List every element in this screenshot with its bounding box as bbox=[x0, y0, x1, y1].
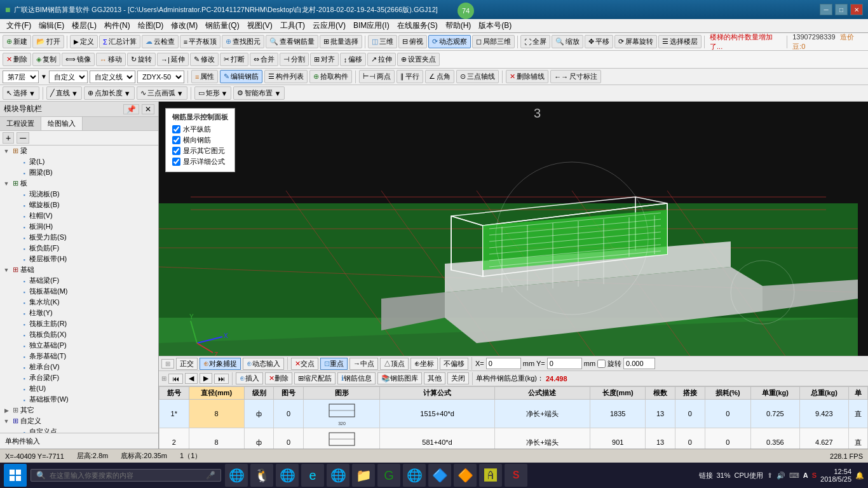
close-table-button[interactable]: 关闭 bbox=[447, 372, 469, 384]
mid-button[interactable]: →中点 bbox=[349, 358, 378, 370]
tab-project-settings[interactable]: 工程设置 bbox=[0, 117, 41, 130]
modify-button[interactable]: ✎修改 bbox=[190, 53, 219, 66]
ime-indicator[interactable]: A bbox=[803, 471, 808, 479]
tree-item-zidyidian[interactable]: ▪自定义点 bbox=[0, 426, 158, 433]
select-floor-button[interactable]: ☰选择楼层 bbox=[658, 35, 702, 48]
menu-item-云应用[interactable]: 云应用(V) bbox=[309, 19, 349, 32]
tree-expand-jichu[interactable]: ▼ bbox=[3, 267, 10, 273]
single-component-button[interactable]: 单构件输入 bbox=[1, 435, 157, 448]
tree-item-banfujin[interactable]: ▪板负筋(F) bbox=[0, 243, 158, 254]
cell-r0-c10[interactable]: 0 bbox=[705, 400, 750, 428]
level-button[interactable]: ≡平齐板顶 bbox=[180, 35, 220, 48]
rebar-checkbox-show-formula[interactable]: 显示详细公式 bbox=[172, 157, 228, 166]
y-input[interactable] bbox=[547, 358, 582, 369]
cell-r0-c8[interactable]: 13 bbox=[646, 400, 675, 428]
tree-item-liang[interactable]: ▼⊞梁 bbox=[0, 146, 158, 156]
batch-select-button[interactable]: ⊞批量选择 bbox=[320, 35, 362, 48]
minimize-button[interactable]: ─ bbox=[820, 4, 832, 15]
three-d-button[interactable]: ◫三维 bbox=[368, 35, 397, 48]
menu-item-工具[interactable]: 工具(T) bbox=[276, 19, 309, 32]
taskbar-app-10[interactable]: 🔶 bbox=[454, 464, 477, 487]
tree-item-tiaoxingjjichu[interactable]: ▪条形基础(T) bbox=[0, 351, 158, 362]
taskbar-app-6[interactable]: 📁 bbox=[352, 464, 375, 487]
checkbox-hpzj[interactable] bbox=[172, 125, 180, 133]
nav-last-button[interactable]: ⏭ bbox=[214, 374, 229, 384]
rebar-lib-button[interactable]: 📚钢筋图库 bbox=[377, 372, 422, 384]
local-three-button[interactable]: ◻局部三维 bbox=[472, 35, 515, 48]
component-list-button[interactable]: ☰构件列表 bbox=[264, 70, 308, 83]
cell-r0-c4[interactable]: 320 bbox=[303, 400, 379, 428]
taskbar-app-9[interactable]: 🔷 bbox=[428, 464, 451, 487]
cell-r0-c7[interactable]: 1835 bbox=[590, 400, 646, 428]
tree-expand-zidingyi[interactable]: ▼ bbox=[3, 418, 10, 424]
rebar-checkbox-hxgj[interactable]: 横向钢筋 bbox=[172, 135, 228, 145]
close-button[interactable]: ✕ bbox=[850, 4, 863, 15]
three-axis-button[interactable]: ⊙三点轴线 bbox=[456, 70, 499, 83]
extend-button[interactable]: →|延伸 bbox=[157, 53, 189, 66]
select-button[interactable]: ↖选择▼ bbox=[3, 86, 39, 100]
auto-layout-button[interactable]: ⚙智能布置▼ bbox=[233, 86, 285, 100]
checkbox-show-formula[interactable] bbox=[172, 158, 180, 166]
menu-item-版本号[interactable]: 版本号(B) bbox=[475, 19, 515, 32]
top-button[interactable]: △顶点 bbox=[380, 358, 409, 370]
menu-item-楼层[interactable]: 楼层(L) bbox=[68, 19, 100, 32]
nav-next-button[interactable]: ▶ bbox=[200, 373, 212, 384]
menu-item-修改[interactable]: 修改(M) bbox=[167, 19, 201, 32]
other-button[interactable]: 其他 bbox=[424, 372, 445, 384]
rebar-info-button[interactable]: ℹ钢筋信息 bbox=[337, 372, 376, 384]
menu-item-在线服务[interactable]: 在线服务(S) bbox=[393, 19, 442, 32]
taskbar-app-3[interactable]: 🌐 bbox=[276, 464, 299, 487]
dynamic-input-button[interactable]: ⊕动态输入 bbox=[243, 358, 284, 370]
split-button[interactable]: ⊣分割 bbox=[280, 53, 309, 66]
rebar-delete-button[interactable]: ✕删除 bbox=[265, 372, 292, 384]
align-button[interactable]: ⊞对齐 bbox=[310, 53, 339, 66]
rect-button[interactable]: ▭矩形▼ bbox=[194, 86, 232, 100]
rebar-checkbox-hpzj[interactable]: 水平纵筋 bbox=[172, 125, 228, 134]
tree-expand-qita[interactable]: ▶ bbox=[3, 407, 10, 414]
viewport-3d[interactable]: X Y Z 3 B 钢 bbox=[159, 102, 868, 356]
taskbar-app-8[interactable]: 🌐 bbox=[403, 464, 426, 487]
custom-line-select[interactable]: 自定义线 bbox=[90, 71, 135, 83]
tree-item-kubanjichu[interactable]: ▪筏板基础(M) bbox=[0, 286, 158, 297]
tree-item-quanliang[interactable]: ▪圈梁(B) bbox=[0, 167, 158, 178]
tree-item-bankong[interactable]: ▪板洞(H) bbox=[0, 221, 158, 232]
tree-item-qita[interactable]: ▶⊞其它 bbox=[0, 405, 158, 416]
tree-expand-ban[interactable]: ▼ bbox=[3, 180, 10, 187]
center-button[interactable]: ⊡重点 bbox=[320, 358, 348, 370]
sidebar-add-button[interactable]: + bbox=[3, 132, 14, 144]
notification-button[interactable]: 🔔 bbox=[855, 471, 864, 480]
del-aux-button[interactable]: ✕删除辅线 bbox=[506, 70, 548, 83]
menu-item-构件[interactable]: 构件(N) bbox=[100, 19, 134, 32]
check-rebar-button[interactable]: 🔍查看钢筋量 bbox=[266, 35, 318, 48]
layer-drop[interactable]: ▼ bbox=[41, 73, 47, 80]
rotate-checkbox[interactable] bbox=[597, 360, 606, 368]
tree-item-ban[interactable]: ▼⊞板 bbox=[0, 178, 158, 189]
custom-def-select[interactable]: 自定义 bbox=[49, 71, 88, 83]
cell-r0-c2[interactable]: ф bbox=[244, 400, 274, 428]
pull-button[interactable]: ↗拉伸 bbox=[367, 53, 396, 66]
mirror-button[interactable]: ⟺镜像 bbox=[62, 53, 95, 66]
line-button[interactable]: ╱直线▼ bbox=[46, 86, 82, 100]
checkbox-show-other[interactable] bbox=[172, 147, 180, 155]
tree-item-banshouli[interactable]: ▪板受力筋(S) bbox=[0, 232, 158, 243]
tree-item-zhuang[interactable]: ▪桩(U) bbox=[0, 383, 158, 394]
tree-item-loubanbei[interactable]: ▪楼层板带(H) bbox=[0, 254, 158, 264]
tree-item-zhumu[interactable]: ▪柱帽(V) bbox=[0, 210, 158, 221]
two-point-button[interactable]: ⊢⊣两点 bbox=[359, 70, 395, 83]
checkbox-hxgj[interactable] bbox=[172, 136, 180, 144]
cross-button[interactable]: ✕交点 bbox=[291, 358, 318, 370]
tree-item-dulijijichu[interactable]: ▪独立基础(P) bbox=[0, 340, 158, 351]
calc-button[interactable]: Σ汇总计算 bbox=[99, 35, 140, 48]
set-point-button[interactable]: ⊕设置夹点 bbox=[397, 53, 440, 66]
move-obj-button[interactable]: ↔移动 bbox=[96, 53, 126, 66]
tab-draw-input[interactable]: 绘图输入 bbox=[41, 117, 83, 130]
dim-mark-button[interactable]: ←→尺寸标注 bbox=[550, 70, 601, 83]
parallel-button[interactable]: ∥平行 bbox=[397, 70, 423, 83]
full-screen-button[interactable]: ⛶全屏 bbox=[520, 35, 550, 48]
rotate-input[interactable] bbox=[623, 358, 655, 369]
snap-obj-button[interactable]: ⊕对象捕捉 bbox=[200, 358, 241, 370]
plan-button[interactable]: ⊟俯视 bbox=[398, 35, 427, 48]
tree-item-luoxuanban[interactable]: ▪螺旋板(B) bbox=[0, 200, 158, 210]
rebar-insert-button[interactable]: ⊕插入 bbox=[236, 372, 263, 384]
open-button[interactable]: 📂打开 bbox=[32, 35, 64, 48]
